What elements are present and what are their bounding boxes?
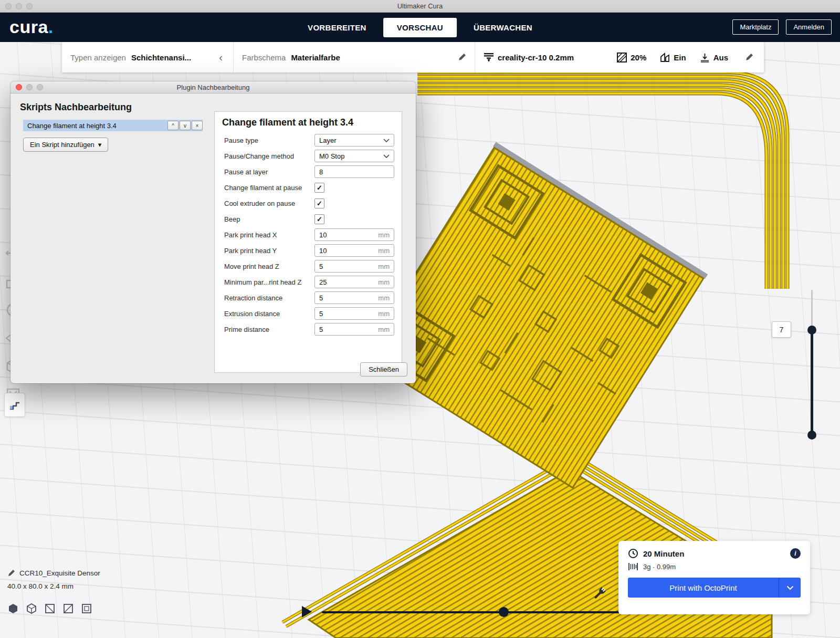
cura-logo: cura.	[9, 17, 54, 37]
current-layer-value: 7	[780, 326, 784, 334]
path-slider-handle[interactable]	[499, 607, 509, 617]
field-row: Park print head Y 10 mm	[222, 243, 394, 258]
park-y-input[interactable]: 10 mm	[314, 244, 394, 257]
app-header: cura. VORBEREITEN VORSCHAU ÜBERWACHEN Ma…	[0, 13, 840, 42]
window-controls	[5, 3, 33, 9]
layer-slider-range[interactable]	[811, 330, 813, 435]
field-row: Move print head Z 5 mm	[222, 258, 394, 274]
field-row: Extrusion distance 5 mm	[222, 306, 394, 321]
layer-slider-upper-handle[interactable]	[807, 326, 816, 334]
signin-button[interactable]: Anmelden	[786, 19, 832, 35]
model-info: CCR10_Exquisite Densor 40.0 x 80.0 x 2.4…	[7, 569, 100, 590]
color-scheme-label: Farbschema	[242, 53, 286, 62]
preview-toolbar: Typen anzeigen Schichtenansi... ‹ Farbsc…	[62, 42, 764, 72]
view-type-selector[interactable]: Typen anzeigen Schichtenansi... ‹	[62, 42, 234, 72]
chevron-down-icon	[383, 139, 390, 142]
marketplace-button[interactable]: Marktplatz	[732, 19, 779, 35]
field-row: Park print head X 10 mm	[222, 227, 394, 243]
clock-icon	[628, 548, 638, 559]
layer-slider-lower-handle[interactable]	[807, 431, 816, 440]
script-settings-panel: Change filament at height 3.4 Pause type…	[214, 111, 402, 373]
field-row: Change filament at pause ✓	[222, 180, 394, 195]
adjust-settings-button[interactable]	[591, 586, 607, 602]
view-right-icon[interactable]	[81, 603, 92, 614]
print-settings-summary: creality-cr-10 0.2mm 20% Ein	[475, 42, 764, 72]
dialog-titlebar: Plugin Nachbearbeitung	[10, 81, 416, 93]
view-left-icon[interactable]	[62, 603, 74, 614]
edit-color-scheme-button[interactable]	[458, 53, 466, 61]
pencil-icon	[458, 53, 466, 61]
pencil-icon	[7, 569, 15, 577]
tab-prepare[interactable]: VORBEREITEN	[294, 18, 380, 37]
minimize-window-button[interactable]	[16, 3, 22, 9]
checkmark-icon: ✓	[317, 215, 322, 223]
print-options-caret[interactable]	[779, 578, 801, 598]
collapse-chevron-icon[interactable]: ‹	[217, 51, 225, 64]
tab-monitor[interactable]: ÜBERWACHEN	[460, 18, 546, 37]
min-park-z-input[interactable]: 25 mm	[314, 276, 394, 288]
extrusion-distance-input[interactable]: 5 mm	[314, 307, 394, 320]
info-icon[interactable]: i	[790, 548, 801, 559]
tab-preview[interactable]: VORSCHAU	[383, 18, 457, 37]
beep-checkbox[interactable]: ✓	[314, 214, 324, 224]
add-script-button[interactable]: Ein Skript hinzufügen ▾	[23, 138, 108, 152]
move-script-up-button[interactable]: ^	[167, 121, 178, 130]
support-indicator[interactable]: Ein	[660, 53, 686, 62]
prime-distance-input[interactable]: 5 mm	[314, 323, 394, 336]
change-filament-checkbox[interactable]: ✓	[314, 183, 324, 193]
checkmark-icon: ✓	[317, 200, 322, 207]
current-layer-badge: 7	[772, 321, 791, 338]
app-window: 7 CCR10_Exquisite Densor 40.0 x 80.0 x 2…	[0, 0, 840, 638]
camera-view-buttons	[7, 603, 92, 614]
view-3d-icon[interactable]	[7, 603, 19, 614]
edit-print-settings-button[interactable]	[745, 53, 753, 61]
selected-script-row[interactable]: Change filament at height 3.4 ^ v ×	[23, 120, 203, 131]
retraction-distance-input[interactable]: 5 mm	[314, 291, 394, 304]
print-summary-card: 20 Minuten i 3g · 0.99m Print with OctoP…	[618, 541, 810, 614]
chevron-down-icon	[786, 585, 794, 590]
path-slider-track[interactable]	[322, 611, 620, 613]
stage-tabs: VORBEREITEN VORSCHAU ÜBERWACHEN	[294, 13, 546, 42]
park-x-input[interactable]: 10 mm	[314, 228, 394, 241]
close-window-button[interactable]	[5, 3, 12, 9]
print-time: 20 Minuten	[643, 549, 684, 558]
close-dialog-button[interactable]: Schließen	[360, 362, 407, 376]
os-titlebar: Ultimaker Cura	[0, 0, 840, 13]
post-processing-dialog: Plugin Nachbearbeitung Skripts Nachbearb…	[10, 81, 416, 383]
color-scheme-value: Materialfarbe	[291, 53, 340, 62]
move-z-input[interactable]: 5 mm	[314, 260, 394, 273]
zoom-window-button[interactable]	[26, 3, 33, 9]
cool-extruder-checkbox[interactable]: ✓	[314, 198, 324, 208]
pencil-icon	[745, 53, 753, 61]
view-top-icon[interactable]	[44, 603, 56, 614]
chevron-down-icon	[383, 154, 390, 158]
move-script-down-button[interactable]: v	[180, 121, 191, 130]
dialog-minimize-button[interactable]	[26, 84, 33, 90]
view-type-label: Typen anzeigen	[70, 53, 126, 62]
adhesion-indicator[interactable]: Aus	[700, 53, 728, 62]
checkmark-icon: ✓	[317, 184, 322, 192]
dialog-zoom-button[interactable]	[37, 84, 43, 90]
caret-down-icon: ▾	[98, 141, 102, 149]
dialog-window-controls	[16, 84, 43, 90]
scripts-heading: Skripts Nachbearbeitung	[20, 102, 132, 113]
view-front-icon[interactable]	[26, 603, 37, 614]
selected-script-label: Change filament at height 3.4	[27, 122, 117, 130]
remove-script-button[interactable]: ×	[192, 121, 203, 130]
infill-indicator[interactable]: 20%	[617, 53, 646, 62]
view-type-value: Schichtenansi...	[131, 53, 191, 62]
pause-method-select[interactable]: M0 Stop	[314, 150, 394, 162]
play-button[interactable]	[302, 606, 312, 618]
pause-at-layer-input[interactable]: 8	[314, 165, 394, 178]
field-row: Pause type Layer	[222, 132, 394, 148]
color-scheme-selector[interactable]: Farbschema Materialfarbe	[234, 42, 475, 72]
filament-icon	[628, 562, 638, 571]
field-row: Cool extruder on pause ✓	[222, 195, 394, 211]
print-with-octoprint-button[interactable]: Print with OctoPrint	[628, 578, 801, 598]
steps-icon	[8, 399, 21, 411]
printer-profile-selector[interactable]: creality-cr-10 0.2mm	[484, 53, 574, 62]
pause-type-select[interactable]: Layer	[314, 134, 394, 147]
field-row: Prime distance 5 mm	[222, 321, 394, 337]
object-list-panel[interactable]	[4, 393, 25, 417]
dialog-close-button[interactable]	[16, 84, 22, 90]
